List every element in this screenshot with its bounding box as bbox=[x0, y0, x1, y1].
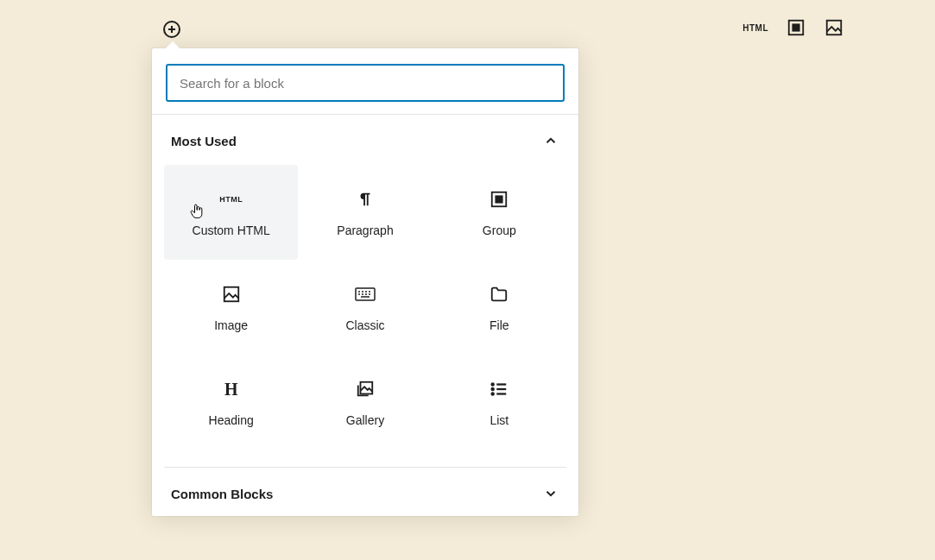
section-header-most-used[interactable]: Most Used bbox=[164, 115, 566, 165]
svg-point-22 bbox=[492, 388, 494, 390]
svg-point-20 bbox=[492, 383, 494, 385]
svg-rect-5 bbox=[827, 21, 842, 35]
block-group[interactable]: Group bbox=[433, 165, 566, 260]
block-label: Classic bbox=[345, 318, 384, 332]
block-classic[interactable]: Classic bbox=[298, 260, 432, 355]
svg-rect-7 bbox=[496, 196, 502, 202]
block-label: Image bbox=[214, 318, 248, 332]
block-list[interactable]: List bbox=[433, 355, 566, 450]
keyboard-icon bbox=[353, 282, 377, 306]
svg-rect-4 bbox=[793, 24, 799, 30]
block-label: List bbox=[490, 413, 509, 427]
list-icon bbox=[487, 377, 511, 401]
block-label: Custom HTML bbox=[193, 223, 270, 237]
html-badge[interactable]: HTML bbox=[742, 23, 768, 33]
group-icon bbox=[487, 187, 511, 211]
svg-point-24 bbox=[492, 393, 494, 394]
block-heading[interactable]: H Heading bbox=[164, 355, 298, 450]
heading-icon: H bbox=[219, 377, 243, 401]
image-block-icon[interactable] bbox=[824, 17, 844, 38]
cursor-hand-icon bbox=[188, 203, 205, 220]
add-block-button[interactable] bbox=[160, 17, 184, 41]
search-wrap bbox=[152, 48, 578, 115]
section-header-common-blocks[interactable]: Common Blocks bbox=[164, 468, 566, 516]
block-inserter-panel: Most Used HTML Custom HTML bbox=[152, 48, 578, 516]
search-input[interactable] bbox=[166, 64, 565, 102]
html-icon: HTML bbox=[219, 187, 243, 211]
block-image[interactable]: Image bbox=[164, 260, 298, 355]
image-icon bbox=[219, 282, 243, 306]
block-scroll-area[interactable]: Most Used HTML Custom HTML bbox=[152, 115, 578, 516]
block-label: Paragraph bbox=[337, 223, 393, 237]
block-gallery[interactable]: Gallery bbox=[298, 355, 432, 450]
gallery-icon bbox=[353, 377, 377, 401]
paragraph-icon bbox=[353, 187, 377, 211]
block-grid-most-used: HTML Custom HTML Paragraph bbox=[164, 165, 566, 467]
chevron-down-icon bbox=[542, 485, 559, 502]
svg-rect-8 bbox=[224, 287, 238, 302]
section-title: Most Used bbox=[171, 134, 237, 148]
block-custom-html[interactable]: HTML Custom HTML bbox=[164, 165, 298, 260]
block-label: File bbox=[490, 318, 509, 332]
block-file[interactable]: File bbox=[433, 260, 566, 355]
block-label: Gallery bbox=[346, 413, 384, 427]
group-block-icon[interactable] bbox=[786, 17, 806, 38]
chevron-up-icon bbox=[542, 132, 559, 149]
section-title: Common Blocks bbox=[171, 487, 273, 501]
folder-icon bbox=[487, 282, 511, 306]
block-paragraph[interactable]: Paragraph bbox=[298, 165, 432, 260]
block-label: Group bbox=[483, 223, 516, 237]
block-label: Heading bbox=[209, 413, 254, 427]
